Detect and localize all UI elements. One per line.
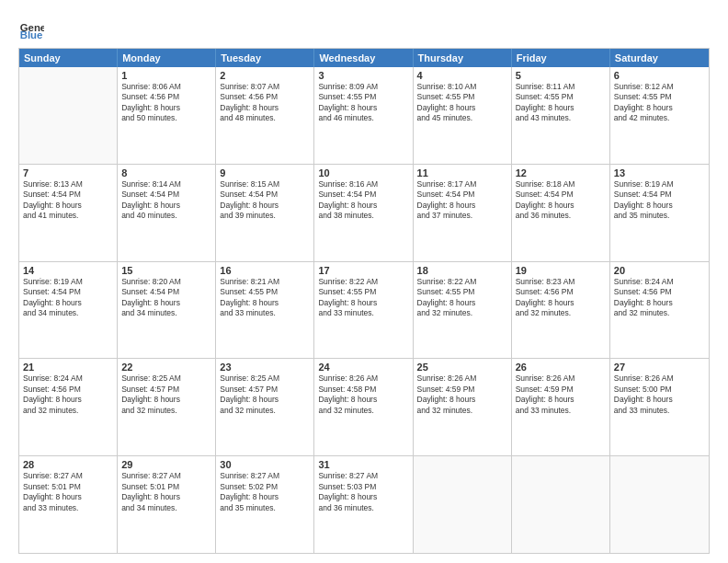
day-number-20: 20 — [614, 265, 705, 276]
calendar-cell-2-6: 20Sunrise: 8:24 AMSunset: 4:56 PMDayligh… — [610, 262, 709, 359]
cell-info-1-6: Sunrise: 8:19 AMSunset: 4:54 PMDaylight:… — [614, 179, 705, 222]
calendar-cell-1-1: 8Sunrise: 8:14 AMSunset: 4:54 PMDaylight… — [118, 165, 216, 261]
cell-info-1-3: Sunrise: 8:16 AMSunset: 4:54 PMDaylight:… — [318, 179, 408, 222]
cell-info-1-5: Sunrise: 8:18 AMSunset: 4:54 PMDaylight:… — [516, 179, 606, 222]
week-row-3: 14Sunrise: 8:19 AMSunset: 4:54 PMDayligh… — [19, 261, 709, 359]
calendar-cell-1-2: 9Sunrise: 8:15 AMSunset: 4:54 PMDaylight… — [216, 165, 314, 261]
calendar-cell-0-2: 2Sunrise: 8:07 AMSunset: 4:56 PMDaylight… — [216, 67, 314, 164]
calendar-cell-1-5: 12Sunrise: 8:18 AMSunset: 4:54 PMDayligh… — [512, 165, 610, 261]
cell-info-1-1: Sunrise: 8:14 AMSunset: 4:54 PMDaylight:… — [121, 179, 211, 222]
cell-info-3-4: Sunrise: 8:26 AMSunset: 4:59 PMDaylight:… — [417, 373, 507, 416]
cell-info-0-1: Sunrise: 8:06 AMSunset: 4:56 PMDaylight:… — [121, 82, 211, 124]
calendar-cell-1-0: 7Sunrise: 8:13 AMSunset: 4:54 PMDaylight… — [19, 165, 118, 261]
calendar-cell-4-3: 31Sunrise: 8:27 AMSunset: 5:03 PMDayligh… — [314, 456, 413, 553]
day-number-8: 8 — [121, 167, 211, 178]
calendar-cell-2-3: 17Sunrise: 8:22 AMSunset: 4:55 PMDayligh… — [314, 262, 413, 359]
day-number-11: 11 — [417, 167, 507, 178]
cell-info-4-2: Sunrise: 8:27 AMSunset: 5:02 PMDaylight:… — [220, 471, 310, 513]
day-number-30: 30 — [220, 459, 310, 470]
day-number-13: 13 — [614, 167, 705, 178]
calendar-cell-2-5: 19Sunrise: 8:23 AMSunset: 4:56 PMDayligh… — [512, 262, 610, 359]
calendar-cell-3-3: 24Sunrise: 8:26 AMSunset: 4:58 PMDayligh… — [314, 359, 413, 455]
day-number-1: 1 — [121, 70, 211, 81]
cell-info-0-3: Sunrise: 8:09 AMSunset: 4:55 PMDaylight:… — [318, 82, 408, 124]
cell-info-1-0: Sunrise: 8:13 AMSunset: 4:54 PMDaylight:… — [23, 179, 113, 222]
calendar-cell-0-6: 6Sunrise: 8:12 AMSunset: 4:55 PMDaylight… — [610, 67, 709, 164]
day-number-17: 17 — [318, 265, 408, 276]
cell-info-2-6: Sunrise: 8:24 AMSunset: 4:56 PMDaylight:… — [614, 277, 705, 319]
day-number-23: 23 — [220, 362, 310, 373]
calendar-cell-4-1: 29Sunrise: 8:27 AMSunset: 5:01 PMDayligh… — [118, 456, 216, 553]
day-number-22: 22 — [121, 362, 211, 373]
cell-info-2-1: Sunrise: 8:20 AMSunset: 4:54 PMDaylight:… — [121, 277, 211, 319]
cell-info-0-5: Sunrise: 8:11 AMSunset: 4:55 PMDaylight:… — [516, 82, 606, 124]
cell-info-2-5: Sunrise: 8:23 AMSunset: 4:56 PMDaylight:… — [516, 277, 606, 319]
cell-info-0-2: Sunrise: 8:07 AMSunset: 4:56 PMDaylight:… — [220, 82, 310, 124]
calendar-cell-0-4: 4Sunrise: 8:10 AMSunset: 4:55 PMDaylight… — [414, 67, 512, 164]
day-number-4: 4 — [417, 70, 507, 81]
week-row-4: 21Sunrise: 8:24 AMSunset: 4:56 PMDayligh… — [19, 358, 709, 455]
cell-info-4-0: Sunrise: 8:27 AMSunset: 5:01 PMDaylight:… — [23, 471, 113, 513]
calendar-cell-3-1: 22Sunrise: 8:25 AMSunset: 4:57 PMDayligh… — [118, 359, 216, 455]
calendar-cell-3-0: 21Sunrise: 8:24 AMSunset: 4:56 PMDayligh… — [19, 359, 118, 455]
week-row-1: 1Sunrise: 8:06 AMSunset: 4:56 PMDaylight… — [19, 67, 709, 164]
calendar-cell-2-1: 15Sunrise: 8:20 AMSunset: 4:54 PMDayligh… — [118, 262, 216, 359]
day-number-16: 16 — [220, 265, 310, 276]
calendar-cell-0-0 — [19, 67, 118, 164]
header-thursday: Thursday — [414, 49, 512, 67]
calendar-cell-2-4: 18Sunrise: 8:22 AMSunset: 4:55 PMDayligh… — [414, 262, 512, 359]
calendar-cell-3-2: 23Sunrise: 8:25 AMSunset: 4:57 PMDayligh… — [216, 359, 314, 455]
calendar-cell-2-2: 16Sunrise: 8:21 AMSunset: 4:55 PMDayligh… — [216, 262, 314, 359]
header-saturday: Saturday — [610, 49, 709, 67]
calendar-cell-1-4: 11Sunrise: 8:17 AMSunset: 4:54 PMDayligh… — [414, 165, 512, 261]
day-number-3: 3 — [318, 70, 408, 81]
calendar-body: 1Sunrise: 8:06 AMSunset: 4:56 PMDaylight… — [19, 67, 709, 553]
day-number-10: 10 — [318, 167, 408, 178]
header-tuesday: Tuesday — [216, 49, 314, 67]
day-number-9: 9 — [220, 167, 310, 178]
cell-info-3-5: Sunrise: 8:26 AMSunset: 4:59 PMDaylight:… — [516, 373, 606, 416]
page-header: General Blue — [18, 15, 710, 40]
cell-info-2-0: Sunrise: 8:19 AMSunset: 4:54 PMDaylight:… — [23, 277, 113, 319]
cell-info-3-3: Sunrise: 8:26 AMSunset: 4:58 PMDaylight:… — [318, 373, 408, 416]
svg-marker-3 — [41, 18, 45, 22]
day-number-29: 29 — [121, 459, 211, 470]
calendar-cell-1-3: 10Sunrise: 8:16 AMSunset: 4:54 PMDayligh… — [314, 165, 413, 261]
header-sunday: Sunday — [19, 49, 118, 67]
day-number-31: 31 — [318, 459, 408, 470]
calendar-cell-0-3: 3Sunrise: 8:09 AMSunset: 4:55 PMDaylight… — [314, 67, 413, 164]
cell-info-1-4: Sunrise: 8:17 AMSunset: 4:54 PMDaylight:… — [417, 179, 507, 222]
day-number-25: 25 — [417, 362, 507, 373]
cell-info-3-0: Sunrise: 8:24 AMSunset: 4:56 PMDaylight:… — [23, 373, 113, 416]
calendar-cell-0-1: 1Sunrise: 8:06 AMSunset: 4:56 PMDaylight… — [118, 67, 216, 164]
day-number-24: 24 — [318, 362, 408, 373]
header-wednesday: Wednesday — [314, 49, 413, 67]
day-number-12: 12 — [516, 167, 606, 178]
cell-info-4-1: Sunrise: 8:27 AMSunset: 5:01 PMDaylight:… — [121, 471, 211, 513]
cell-info-3-6: Sunrise: 8:26 AMSunset: 5:00 PMDaylight:… — [614, 373, 705, 416]
header-friday: Friday — [512, 49, 610, 67]
day-number-15: 15 — [121, 265, 211, 276]
cell-info-3-1: Sunrise: 8:25 AMSunset: 4:57 PMDaylight:… — [121, 373, 211, 416]
calendar-cell-4-0: 28Sunrise: 8:27 AMSunset: 5:01 PMDayligh… — [19, 456, 118, 553]
calendar-cell-4-2: 30Sunrise: 8:27 AMSunset: 5:02 PMDayligh… — [216, 456, 314, 553]
day-number-7: 7 — [23, 167, 113, 178]
day-number-2: 2 — [220, 70, 310, 81]
cell-info-3-2: Sunrise: 8:25 AMSunset: 4:57 PMDaylight:… — [220, 373, 310, 416]
calendar-cell-4-6 — [610, 456, 709, 553]
calendar-cell-3-5: 26Sunrise: 8:26 AMSunset: 4:59 PMDayligh… — [512, 359, 610, 455]
cell-info-0-6: Sunrise: 8:12 AMSunset: 4:55 PMDaylight:… — [614, 82, 705, 124]
cell-info-2-4: Sunrise: 8:22 AMSunset: 4:55 PMDaylight:… — [417, 277, 507, 319]
day-number-21: 21 — [23, 362, 113, 373]
header-monday: Monday — [118, 49, 216, 67]
calendar-cell-1-6: 13Sunrise: 8:19 AMSunset: 4:54 PMDayligh… — [610, 165, 709, 261]
calendar-cell-2-0: 14Sunrise: 8:19 AMSunset: 4:54 PMDayligh… — [19, 262, 118, 359]
week-row-5: 28Sunrise: 8:27 AMSunset: 5:01 PMDayligh… — [19, 455, 709, 553]
calendar-cell-3-4: 25Sunrise: 8:26 AMSunset: 4:59 PMDayligh… — [414, 359, 512, 455]
day-number-5: 5 — [516, 70, 606, 81]
day-number-18: 18 — [417, 265, 507, 276]
calendar-cell-0-5: 5Sunrise: 8:11 AMSunset: 4:55 PMDaylight… — [512, 67, 610, 164]
day-number-28: 28 — [23, 459, 113, 470]
logo: General Blue — [18, 15, 48, 40]
calendar-cell-4-4 — [414, 456, 512, 553]
